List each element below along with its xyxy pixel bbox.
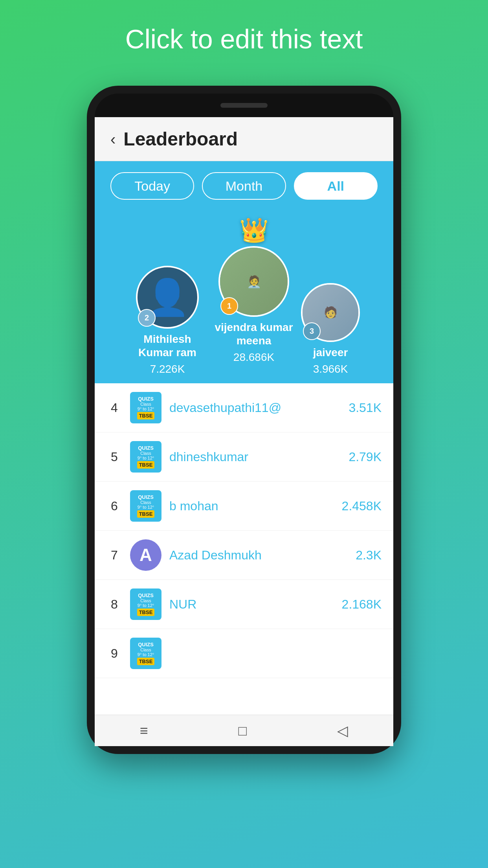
rank-number: 5 [106, 450, 122, 464]
rank2-name: Mithilesh Kumar ram [128, 333, 207, 359]
quiz-badge-label: TBSE [137, 510, 155, 518]
bottom-nav-bar: ≡ □ ◁ [95, 715, 393, 746]
top-edit-text[interactable]: Click to edit this text [125, 24, 363, 54]
home-icon[interactable]: □ [238, 723, 247, 739]
rank1-score: 28.686K [233, 351, 274, 364]
list-item: 7 A Azad Deshmukh 2.3K [95, 531, 393, 580]
back-button[interactable]: ‹ [110, 131, 116, 147]
quiz-badge-quizs: QUIZS [138, 445, 154, 451]
rank2-avatar-wrap: 👤 2 [136, 266, 199, 329]
rank2-item: 👤 2 Mithilesh Kumar ram 7.226K [128, 266, 207, 375]
quiz-badge-icon: QUIZS Class 9° to 12° TBSE [130, 638, 161, 669]
quiz-badge-label: TBSE [137, 461, 155, 469]
quiz-badge-icon: QUIZS Class 9° to 12° TBSE [130, 588, 161, 620]
top3-section: 👤 2 Mithilesh Kumar ram 7.226K 👑 🧑‍💼 1 v… [95, 211, 393, 383]
list-item: 9 QUIZS Class 9° to 12° TBSE [95, 629, 393, 678]
month-filter-button[interactable]: Month [202, 172, 286, 200]
menu-icon[interactable]: ≡ [140, 723, 148, 739]
user-name: dhineshkumar [169, 450, 341, 464]
quiz-badge-icon: QUIZS Class 9° to 12° TBSE [130, 441, 161, 473]
user-score: 2.79K [349, 450, 382, 464]
quiz-badge-quizs: QUIZS [138, 495, 154, 500]
user-name: devasethupathi11@ [169, 401, 341, 415]
rank2-badge: 2 [138, 309, 156, 327]
list-item: 5 QUIZS Class 9° to 12° TBSE dhineshkuma… [95, 432, 393, 482]
all-filter-button[interactable]: All [294, 172, 378, 200]
user-score: 3.51K [349, 401, 382, 415]
rank-number: 8 [106, 597, 122, 612]
rank1-item: 👑 🧑‍💼 1 vijendra kumar meena 28.686K [215, 219, 293, 364]
page-title: Leaderboard [123, 128, 238, 150]
user-name: Azad Deshmukh [169, 548, 348, 563]
user-name: NUR [169, 597, 334, 612]
quiz-badge-quizs: QUIZS [138, 593, 154, 598]
quiz-badge-grade: 9° to 12° [138, 603, 154, 608]
phone-speaker [220, 103, 268, 108]
user-name: b mohan [169, 499, 334, 513]
phone-screen: ‹ Leaderboard Today Month All 👤 2 Mithil… [95, 117, 393, 746]
quiz-badge-class: Class [140, 402, 151, 406]
list-item: 6 QUIZS Class 9° to 12° TBSE b mohan 2.4… [95, 482, 393, 531]
quiz-badge-class: Class [140, 451, 151, 456]
today-filter-button[interactable]: Today [110, 172, 194, 200]
phone-frame: ‹ Leaderboard Today Month All 👤 2 Mithil… [87, 86, 401, 754]
user-score: 2.458K [342, 499, 382, 513]
rank-number: 9 [106, 646, 122, 661]
rank1-avatar-wrap: 🧑‍💼 1 [218, 246, 289, 317]
rank3-item: 🧑 3 jaiveer 3.966K [301, 283, 360, 376]
phone-top-bar [95, 94, 393, 117]
rank-number: 6 [106, 499, 122, 513]
quiz-badge-grade: 9° to 12° [138, 406, 154, 411]
rank3-score: 3.966K [313, 363, 348, 375]
quiz-badge-grade: 9° to 12° [138, 652, 154, 657]
rank1-name: vijendra kumar meena [215, 321, 293, 347]
user-score: 2.168K [342, 597, 382, 612]
rank3-avatar-wrap: 🧑 3 [301, 283, 360, 342]
quiz-badge-class: Class [140, 598, 151, 603]
quiz-badge-icon: QUIZS Class 9° to 12° TBSE [130, 392, 161, 423]
quiz-badge-label: TBSE [137, 658, 155, 665]
rank-number: 4 [106, 401, 122, 415]
quiz-badge-icon: QUIZS Class 9° to 12° TBSE [130, 490, 161, 522]
avatar-letter-icon: A [130, 539, 161, 571]
quiz-badge-label: TBSE [137, 609, 155, 616]
app-header: ‹ Leaderboard [95, 117, 393, 161]
quiz-badge-grade: 9° to 12° [138, 505, 154, 509]
quiz-badge-quizs: QUIZS [138, 396, 154, 402]
quiz-badge-label: TBSE [137, 412, 155, 419]
list-item: 8 QUIZS Class 9° to 12° TBSE NUR 2.168K [95, 580, 393, 629]
quiz-badge-grade: 9° to 12° [138, 456, 154, 460]
quiz-badge-class: Class [140, 500, 151, 505]
back-icon[interactable]: ◁ [337, 723, 348, 739]
quiz-badge-quizs: QUIZS [138, 642, 154, 647]
rank2-score: 7.226K [150, 363, 185, 375]
crown-icon: 👑 [239, 219, 269, 242]
user-score: 2.3K [356, 548, 382, 563]
rank1-badge: 1 [220, 297, 238, 315]
rank-number: 7 [106, 548, 122, 563]
rank3-name: jaiveer [313, 346, 348, 359]
leaderboard-list: 4 QUIZS Class 9° to 12° TBSE devasethupa… [95, 383, 393, 715]
quiz-badge-class: Class [140, 647, 151, 652]
list-item: 4 QUIZS Class 9° to 12° TBSE devasethupa… [95, 383, 393, 432]
filter-section: Today Month All [95, 161, 393, 211]
rank3-badge: 3 [303, 322, 321, 340]
